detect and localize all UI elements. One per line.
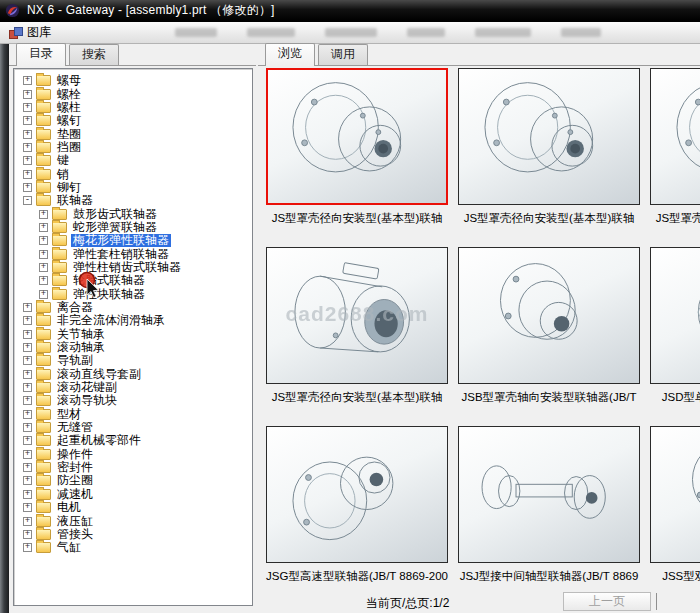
tree-item-label[interactable]: 弹性套柱销联轴器 — [71, 248, 171, 261]
tree-expander-icon[interactable]: + — [39, 263, 48, 272]
tree-item-label[interactable]: 关节轴承 — [55, 328, 107, 341]
tree-item-label[interactable]: 滚动直线导套副 — [55, 368, 143, 381]
tree-expander-icon[interactable]: + — [23, 76, 32, 85]
tree-item[interactable]: + 减速机 — [23, 488, 252, 501]
tree-item[interactable]: + 挡圈 — [23, 141, 252, 154]
tree-item[interactable]: + 弹性套柱销联轴器 — [23, 247, 252, 260]
tree-expander-icon[interactable]: + — [23, 116, 32, 125]
tree-item[interactable]: + 导轨副 — [23, 354, 252, 367]
tree-expander-icon[interactable]: + — [23, 170, 32, 179]
tree-item[interactable]: + 滚动直线导套副 — [23, 368, 252, 381]
tree-expander-icon[interactable]: + — [39, 290, 48, 299]
tree-item[interactable]: + 滚动花键副 — [23, 381, 252, 394]
tree-expander-icon[interactable]: + — [23, 130, 32, 139]
tree-item-label[interactable]: 防尘圈 — [55, 474, 95, 487]
tree-item-label[interactable]: 导轨副 — [55, 354, 95, 367]
tree-expander-icon[interactable]: + — [23, 423, 32, 432]
tree-item-label[interactable]: 键 — [55, 154, 71, 167]
tree-item-label[interactable]: 滚动轴承 — [55, 341, 107, 354]
tree-item[interactable]: + 密封件 — [23, 461, 252, 474]
part-thumbnail[interactable] — [650, 68, 700, 205]
part-thumbnail[interactable] — [650, 426, 700, 563]
tree-item[interactable]: + 管接头 — [23, 528, 252, 541]
tree-expander-icon[interactable]: - — [23, 196, 32, 205]
tree-item[interactable]: + 铆钉 — [23, 181, 252, 194]
tree-item[interactable]: + 气缸 — [23, 541, 252, 554]
tree-expander-icon[interactable]: + — [39, 236, 48, 245]
tree-expander-icon[interactable]: + — [39, 223, 48, 232]
part-thumbnail[interactable] — [650, 247, 700, 384]
tree-item[interactable]: + 键 — [23, 154, 252, 167]
tree-item-label[interactable]: 液压缸 — [55, 515, 95, 528]
tree-item-label[interactable]: 弹性块联轴器 — [71, 288, 147, 301]
tree-item[interactable]: - 联轴器 — [23, 194, 252, 207]
tree-expander-icon[interactable]: + — [23, 316, 32, 325]
tree-expander-icon[interactable]: + — [39, 276, 48, 285]
tree-expander-icon[interactable]: + — [23, 410, 32, 419]
tree-expander-icon[interactable]: + — [39, 250, 48, 259]
part-thumbnail[interactable] — [266, 426, 448, 563]
tab-invoke[interactable]: 调用 — [318, 44, 368, 65]
tree-item[interactable]: + 防尘圈 — [23, 474, 252, 487]
tree-item-label[interactable]: 起重机械零部件 — [55, 434, 143, 447]
tree-item-label[interactable]: 非完全流体润滑轴承 — [55, 314, 167, 327]
part-thumbnail[interactable] — [458, 426, 640, 563]
tree-item[interactable]: + 滚动导轨块 — [23, 394, 252, 407]
tree-expander-icon[interactable]: + — [23, 490, 32, 499]
gallery-window-tab[interactable]: 图库 — [0, 22, 60, 43]
tab-catalog[interactable]: 目录 — [16, 43, 66, 66]
tree-expander-icon[interactable]: + — [23, 503, 32, 512]
tree-item-label[interactable]: 铆钉 — [55, 181, 83, 194]
tree-expander-icon[interactable]: + — [23, 383, 32, 392]
tree-item[interactable]: + 螺母 — [23, 74, 252, 87]
part-thumbnail[interactable] — [266, 68, 448, 205]
tree-item-label[interactable]: 离合器 — [55, 301, 95, 314]
tree-item-label[interactable]: 轮胎式联轴器 — [71, 274, 147, 287]
tree-item-label[interactable]: 垫圈 — [55, 128, 83, 141]
tree-item[interactable]: + 离合器 — [23, 301, 252, 314]
tree-expander-icon[interactable]: + — [23, 517, 32, 526]
tree-expander-icon[interactable]: + — [23, 450, 32, 459]
tree-item[interactable]: + 梅花形弹性联轴器 — [23, 234, 252, 247]
tree-expander-icon[interactable]: + — [23, 143, 32, 152]
tree-expander-icon[interactable]: + — [39, 210, 48, 219]
part-thumbnail[interactable] — [458, 247, 640, 384]
tree-item[interactable]: + 弹性柱销齿式联轴器 — [23, 261, 252, 274]
tree-item-label[interactable]: 操作件 — [55, 448, 95, 461]
tree-expander-icon[interactable]: + — [23, 90, 32, 99]
tree-item[interactable]: + 无缝管 — [23, 421, 252, 434]
tree-item[interactable]: + 关节轴承 — [23, 328, 252, 341]
tree-expander-icon[interactable]: + — [23, 356, 32, 365]
tree-item-label[interactable]: 密封件 — [55, 461, 95, 474]
tree-expander-icon[interactable]: + — [23, 436, 32, 445]
tree-item-label[interactable]: 无缝管 — [55, 421, 95, 434]
tree-item-label[interactable]: 联轴器 — [55, 194, 95, 207]
tree-item-label[interactable]: 管接头 — [55, 528, 95, 541]
tree-expander-icon[interactable]: + — [23, 343, 32, 352]
tree-item-label[interactable]: 弹性柱销齿式联轴器 — [71, 261, 183, 274]
tree-item[interactable]: + 液压缸 — [23, 514, 252, 527]
tree-item[interactable]: + 螺钉 — [23, 114, 252, 127]
tree-item-label[interactable]: 减速机 — [55, 488, 95, 501]
tree-expander-icon[interactable]: + — [23, 476, 32, 485]
tree-item[interactable]: + 电机 — [23, 501, 252, 514]
tree-item-label[interactable]: 挡圈 — [55, 141, 83, 154]
tree-expander-icon[interactable]: + — [23, 530, 32, 539]
tree-expander-icon[interactable]: + — [23, 543, 32, 552]
tree-expander-icon[interactable]: + — [23, 183, 32, 192]
tab-browse[interactable]: 浏览 — [265, 43, 315, 66]
tree-item-label[interactable]: 滚动花键副 — [55, 381, 119, 394]
tree-item[interactable]: + 轮胎式联轴器 — [23, 274, 252, 287]
tree-item[interactable]: + 滚动轴承 — [23, 341, 252, 354]
tree-expander-icon[interactable]: + — [23, 103, 32, 112]
tree-item[interactable]: + 螺栓 — [23, 87, 252, 100]
tree-item-label[interactable]: 鼓形齿式联轴器 — [71, 208, 159, 221]
tree-item-label[interactable]: 型材 — [55, 408, 83, 421]
tree-item-label[interactable]: 螺钉 — [55, 114, 83, 127]
tree-item[interactable]: + 鼓形齿式联轴器 — [23, 207, 252, 220]
tree-item[interactable]: + 销 — [23, 167, 252, 180]
tab-search[interactable]: 搜索 — [69, 44, 119, 65]
tree-expander-icon[interactable]: + — [23, 330, 32, 339]
tree-item[interactable]: + 蛇形弹簧联轴器 — [23, 221, 252, 234]
tree-item[interactable]: + 弹性块联轴器 — [23, 288, 252, 301]
